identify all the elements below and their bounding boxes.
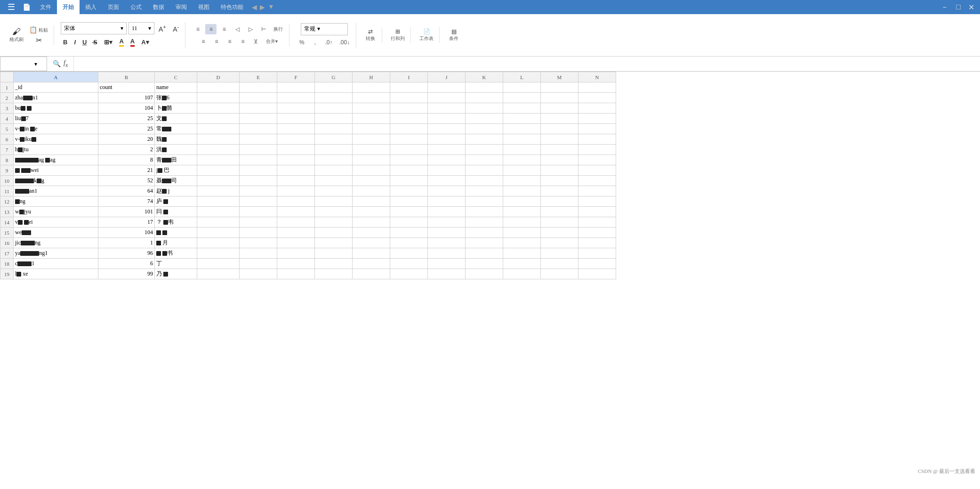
minimize-btn[interactable]: － [939, 1, 950, 13]
cell-4-A[interactable]: liu7 [14, 114, 98, 124]
cell-3-F[interactable] [277, 103, 315, 114]
wrap-text-btn[interactable]: 换行 [271, 24, 285, 34]
cell-2-A[interactable]: zhan1 [14, 93, 98, 103]
percent-btn[interactable]: % [296, 37, 307, 48]
cell-5-H[interactable] [353, 124, 390, 134]
cell-1-E[interactable] [240, 82, 277, 93]
cell-12-N[interactable] [578, 196, 616, 207]
cell-5-N[interactable] [578, 124, 616, 134]
cell-9-K[interactable] [466, 165, 503, 176]
row-header-4[interactable]: 4 [0, 114, 14, 124]
cell-2-M[interactable] [541, 93, 578, 103]
row-header-16[interactable]: 16 [0, 238, 14, 248]
cell-2-L[interactable] [503, 93, 541, 103]
cell-3-G[interactable] [315, 103, 353, 114]
cell-18-F[interactable] [277, 259, 315, 269]
cell-5-L[interactable] [503, 124, 541, 134]
spreadsheet-grid[interactable]: ABCDEFGHIJKLMN 1_idcountname2zhan1107张63… [0, 72, 980, 489]
cell-7-H[interactable] [353, 145, 390, 155]
cell-8-K[interactable] [466, 155, 503, 165]
cell-14-H[interactable] [353, 217, 390, 228]
cell-16-F[interactable] [277, 238, 315, 248]
cell-8-G[interactable] [315, 155, 353, 165]
cell-13-N[interactable] [578, 207, 616, 217]
cell-17-E[interactable] [240, 248, 277, 259]
strikethrough-btn[interactable]: S̶ [91, 36, 100, 48]
cell-5-G[interactable] [315, 124, 353, 134]
cell-19-A[interactable]: l xe [14, 269, 98, 279]
align-right-btn[interactable]: ≡ [224, 36, 235, 47]
border-btn[interactable]: ⊞▾ [102, 36, 115, 48]
cut-btn[interactable]: ✂ [27, 35, 50, 45]
cell-10-C[interactable]: 聂司 [155, 176, 197, 186]
paste-btn[interactable]: 📋 粘贴 [27, 25, 50, 34]
cell-15-F[interactable] [277, 228, 315, 238]
col-header-E[interactable]: E [240, 72, 277, 82]
cell-1-G[interactable] [315, 82, 353, 93]
cell-17-D[interactable] [197, 248, 240, 259]
cell-5-M[interactable] [541, 124, 578, 134]
cell-15-E[interactable] [240, 228, 277, 238]
merge-btn[interactable]: 合并▾ [264, 36, 280, 47]
row-header-11[interactable]: 11 [0, 186, 14, 196]
fill-color-btn[interactable]: A [117, 36, 126, 48]
cell-4-C[interactable]: 文 [155, 114, 197, 124]
col-header-B[interactable]: B [98, 72, 155, 82]
cell-11-M[interactable] [541, 186, 578, 196]
decimal-decrease-btn[interactable]: .00↓ [337, 37, 352, 48]
row-header-12[interactable]: 12 [0, 196, 14, 207]
cell-2-J[interactable] [428, 93, 466, 103]
cell-1-L[interactable] [503, 82, 541, 93]
cell-11-B[interactable]: 64 [98, 186, 155, 196]
menu-item-文件[interactable]: 文件 [34, 0, 57, 14]
cell-13-C[interactable]: 冃 [155, 207, 197, 217]
cell-7-K[interactable] [466, 145, 503, 155]
cell-8-J[interactable] [428, 155, 466, 165]
cell-18-J[interactable] [428, 259, 466, 269]
cell-3-E[interactable] [240, 103, 277, 114]
cell-5-J[interactable] [428, 124, 466, 134]
cell-13-G[interactable] [315, 207, 353, 217]
cell-14-A[interactable]: v ei [14, 217, 98, 228]
row-header-8[interactable]: 8 [0, 155, 14, 165]
cell-8-M[interactable] [541, 155, 578, 165]
cell-2-C[interactable]: 张6 [155, 93, 197, 103]
cell-6-B[interactable]: 20 [98, 134, 155, 145]
cell-10-I[interactable] [390, 176, 428, 186]
cell-7-G[interactable] [315, 145, 353, 155]
cell-17-H[interactable] [353, 248, 390, 259]
cell-8-H[interactable] [353, 155, 390, 165]
cell-14-I[interactable] [390, 217, 428, 228]
cell-7-B[interactable]: 2 [98, 145, 155, 155]
cell-6-M[interactable] [541, 134, 578, 145]
cell-19-C[interactable]: 乃 [155, 269, 197, 279]
cell-7-N[interactable] [578, 145, 616, 155]
cell-18-I[interactable] [390, 259, 428, 269]
cell-9-J[interactable] [428, 165, 466, 176]
cell-7-F[interactable] [277, 145, 315, 155]
cell-13-J[interactable] [428, 207, 466, 217]
cell-2-G[interactable] [315, 93, 353, 103]
cell-14-F[interactable] [277, 217, 315, 228]
cell-11-A[interactable]: an1 [14, 186, 98, 196]
cell-5-E[interactable] [240, 124, 277, 134]
menu-item-审阅[interactable]: 审阅 [170, 0, 193, 14]
cell-5-I[interactable] [390, 124, 428, 134]
cell-10-B[interactable]: 52 [98, 176, 155, 186]
row-header-9[interactable]: 9 [0, 165, 14, 176]
cell-18-K[interactable] [466, 259, 503, 269]
cell-1-F[interactable] [277, 82, 315, 93]
cell-5-C[interactable]: 常 [155, 124, 197, 134]
cell-19-G[interactable] [315, 269, 353, 279]
cell-1-M[interactable] [541, 82, 578, 93]
cell-4-D[interactable] [197, 114, 240, 124]
cell-18-G[interactable] [315, 259, 353, 269]
cell-10-J[interactable] [428, 176, 466, 186]
menu-item-开始[interactable]: 开始 [57, 0, 80, 14]
cell-2-B[interactable]: 107 [98, 93, 155, 103]
cell-3-I[interactable] [390, 103, 428, 114]
cell-13-D[interactable] [197, 207, 240, 217]
cell-11-I[interactable] [390, 186, 428, 196]
align-center-v-btn[interactable]: ≡ [205, 24, 217, 34]
indent-decrease-btn[interactable]: ◁ [232, 24, 243, 34]
